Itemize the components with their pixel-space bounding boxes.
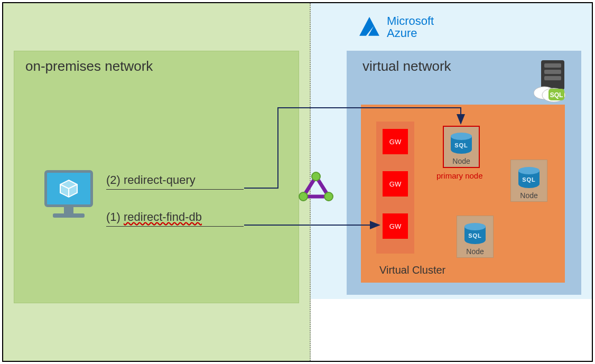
node-label: Node — [452, 157, 470, 167]
sql-server-cloud-icon: SQL — [534, 59, 570, 107]
client-computer-icon — [44, 170, 93, 218]
sql-database-icon: SQL — [451, 133, 472, 157]
azure-brand-line2: Azure — [387, 27, 434, 39]
primary-node-label: primary node — [436, 171, 483, 180]
virtual-network-title: virtual network — [362, 58, 451, 74]
sql-database-icon: SQL — [518, 167, 540, 191]
on-premises-title: on-premises network — [25, 58, 153, 74]
azure-brand-text: Microsoft Azure — [387, 15, 434, 39]
gateway-3: GW — [383, 213, 408, 239]
svg-rect-2 — [544, 70, 561, 74]
azure-icon — [358, 16, 380, 38]
svg-point-12 — [299, 192, 308, 201]
node-secondary-2: SQL Node — [457, 216, 494, 258]
azure-logo: Microsoft Azure — [358, 15, 434, 39]
diagram-frame: on-premises network Microsoft Azure virt… — [2, 2, 593, 362]
gateway-group: GW GW GW — [376, 122, 414, 254]
load-balancer-icon — [298, 171, 334, 204]
node-label: Node — [520, 191, 537, 201]
svg-point-11 — [312, 172, 320, 181]
redirect-find-db-label: (1) redirect-find-db — [106, 210, 244, 227]
virtual-cluster-title: Virtual Cluster — [379, 264, 445, 276]
svg-rect-1 — [544, 63, 561, 68]
svg-text:SQL: SQL — [550, 91, 563, 99]
svg-rect-3 — [544, 76, 561, 80]
node-primary: SQL Node — [443, 126, 480, 168]
svg-point-13 — [324, 192, 333, 201]
gateway-1: GW — [383, 129, 408, 154]
node-label: Node — [466, 247, 484, 257]
sql-database-icon: SQL — [464, 223, 486, 247]
azure-brand-line1: Microsoft — [387, 15, 434, 27]
redirect-query-label: (2) redirect-query — [106, 173, 244, 190]
cube-icon — [58, 178, 79, 199]
gateway-2: GW — [383, 171, 408, 197]
node-secondary-1: SQL Node — [510, 160, 547, 202]
